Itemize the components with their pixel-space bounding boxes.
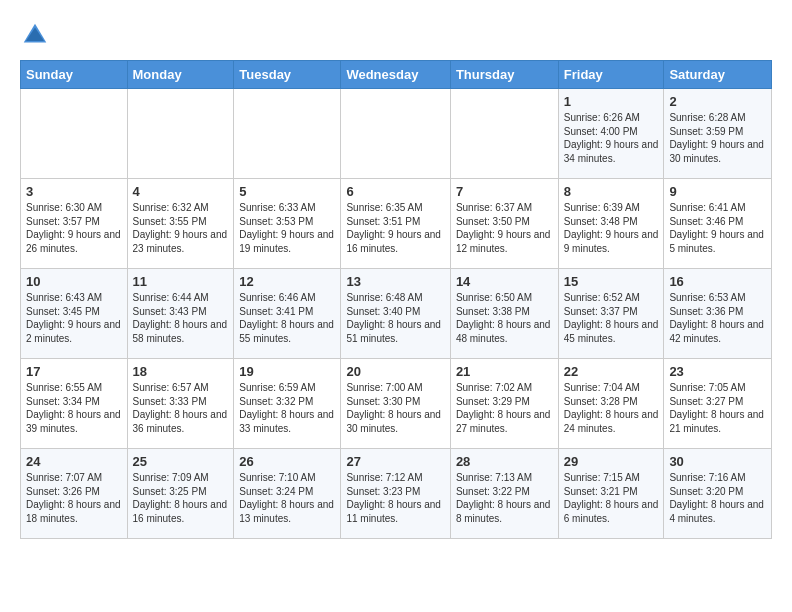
calendar-row: 1Sunrise: 6:26 AM Sunset: 4:00 PM Daylig… [21, 89, 772, 179]
day-info: Sunrise: 6:52 AM Sunset: 3:37 PM Dayligh… [564, 291, 659, 345]
calendar-cell [21, 89, 128, 179]
day-number: 21 [456, 364, 553, 379]
calendar-cell [341, 89, 450, 179]
day-number: 10 [26, 274, 122, 289]
day-number: 16 [669, 274, 766, 289]
day-info: Sunrise: 6:32 AM Sunset: 3:55 PM Dayligh… [133, 201, 229, 255]
day-info: Sunrise: 6:33 AM Sunset: 3:53 PM Dayligh… [239, 201, 335, 255]
header-day: Friday [558, 61, 664, 89]
day-info: Sunrise: 6:44 AM Sunset: 3:43 PM Dayligh… [133, 291, 229, 345]
calendar-cell: 11Sunrise: 6:44 AM Sunset: 3:43 PM Dayli… [127, 269, 234, 359]
calendar-cell: 27Sunrise: 7:12 AM Sunset: 3:23 PM Dayli… [341, 449, 450, 539]
header-day: Thursday [450, 61, 558, 89]
header-row: SundayMondayTuesdayWednesdayThursdayFrid… [21, 61, 772, 89]
day-number: 6 [346, 184, 444, 199]
header-day: Saturday [664, 61, 772, 89]
day-info: Sunrise: 6:57 AM Sunset: 3:33 PM Dayligh… [133, 381, 229, 435]
calendar-cell: 19Sunrise: 6:59 AM Sunset: 3:32 PM Dayli… [234, 359, 341, 449]
day-number: 18 [133, 364, 229, 379]
calendar-cell: 16Sunrise: 6:53 AM Sunset: 3:36 PM Dayli… [664, 269, 772, 359]
calendar-cell [127, 89, 234, 179]
calendar-cell: 21Sunrise: 7:02 AM Sunset: 3:29 PM Dayli… [450, 359, 558, 449]
day-number: 15 [564, 274, 659, 289]
calendar-cell: 28Sunrise: 7:13 AM Sunset: 3:22 PM Dayli… [450, 449, 558, 539]
day-number: 27 [346, 454, 444, 469]
day-info: Sunrise: 6:41 AM Sunset: 3:46 PM Dayligh… [669, 201, 766, 255]
day-number: 17 [26, 364, 122, 379]
calendar-cell: 18Sunrise: 6:57 AM Sunset: 3:33 PM Dayli… [127, 359, 234, 449]
calendar-cell: 15Sunrise: 6:52 AM Sunset: 3:37 PM Dayli… [558, 269, 664, 359]
header-day: Monday [127, 61, 234, 89]
calendar-cell: 29Sunrise: 7:15 AM Sunset: 3:21 PM Dayli… [558, 449, 664, 539]
day-info: Sunrise: 7:09 AM Sunset: 3:25 PM Dayligh… [133, 471, 229, 525]
day-info: Sunrise: 7:07 AM Sunset: 3:26 PM Dayligh… [26, 471, 122, 525]
calendar-header: SundayMondayTuesdayWednesdayThursdayFrid… [21, 61, 772, 89]
day-number: 4 [133, 184, 229, 199]
day-number: 12 [239, 274, 335, 289]
day-info: Sunrise: 7:10 AM Sunset: 3:24 PM Dayligh… [239, 471, 335, 525]
day-number: 7 [456, 184, 553, 199]
header-day: Sunday [21, 61, 128, 89]
day-info: Sunrise: 6:43 AM Sunset: 3:45 PM Dayligh… [26, 291, 122, 345]
day-number: 8 [564, 184, 659, 199]
day-number: 1 [564, 94, 659, 109]
calendar-cell: 4Sunrise: 6:32 AM Sunset: 3:55 PM Daylig… [127, 179, 234, 269]
day-info: Sunrise: 6:55 AM Sunset: 3:34 PM Dayligh… [26, 381, 122, 435]
calendar-row: 24Sunrise: 7:07 AM Sunset: 3:26 PM Dayli… [21, 449, 772, 539]
day-number: 11 [133, 274, 229, 289]
day-info: Sunrise: 7:12 AM Sunset: 3:23 PM Dayligh… [346, 471, 444, 525]
calendar-cell [234, 89, 341, 179]
calendar-table: SundayMondayTuesdayWednesdayThursdayFrid… [20, 60, 772, 539]
calendar-cell: 3Sunrise: 6:30 AM Sunset: 3:57 PM Daylig… [21, 179, 128, 269]
day-number: 2 [669, 94, 766, 109]
day-number: 13 [346, 274, 444, 289]
calendar-cell [450, 89, 558, 179]
calendar-cell: 2Sunrise: 6:28 AM Sunset: 3:59 PM Daylig… [664, 89, 772, 179]
day-info: Sunrise: 7:04 AM Sunset: 3:28 PM Dayligh… [564, 381, 659, 435]
day-info: Sunrise: 7:13 AM Sunset: 3:22 PM Dayligh… [456, 471, 553, 525]
day-info: Sunrise: 7:16 AM Sunset: 3:20 PM Dayligh… [669, 471, 766, 525]
day-info: Sunrise: 6:48 AM Sunset: 3:40 PM Dayligh… [346, 291, 444, 345]
day-number: 20 [346, 364, 444, 379]
logo [20, 20, 54, 50]
logo-icon [20, 20, 50, 50]
day-info: Sunrise: 6:30 AM Sunset: 3:57 PM Dayligh… [26, 201, 122, 255]
day-number: 28 [456, 454, 553, 469]
page-header [20, 20, 772, 50]
day-info: Sunrise: 7:05 AM Sunset: 3:27 PM Dayligh… [669, 381, 766, 435]
day-info: Sunrise: 6:39 AM Sunset: 3:48 PM Dayligh… [564, 201, 659, 255]
calendar-row: 3Sunrise: 6:30 AM Sunset: 3:57 PM Daylig… [21, 179, 772, 269]
calendar-cell: 8Sunrise: 6:39 AM Sunset: 3:48 PM Daylig… [558, 179, 664, 269]
day-number: 22 [564, 364, 659, 379]
calendar-cell: 14Sunrise: 6:50 AM Sunset: 3:38 PM Dayli… [450, 269, 558, 359]
day-info: Sunrise: 6:37 AM Sunset: 3:50 PM Dayligh… [456, 201, 553, 255]
calendar-cell: 23Sunrise: 7:05 AM Sunset: 3:27 PM Dayli… [664, 359, 772, 449]
calendar-cell: 1Sunrise: 6:26 AM Sunset: 4:00 PM Daylig… [558, 89, 664, 179]
day-info: Sunrise: 6:59 AM Sunset: 3:32 PM Dayligh… [239, 381, 335, 435]
calendar-cell: 30Sunrise: 7:16 AM Sunset: 3:20 PM Dayli… [664, 449, 772, 539]
calendar-cell: 17Sunrise: 6:55 AM Sunset: 3:34 PM Dayli… [21, 359, 128, 449]
day-number: 3 [26, 184, 122, 199]
calendar-cell: 20Sunrise: 7:00 AM Sunset: 3:30 PM Dayli… [341, 359, 450, 449]
day-number: 24 [26, 454, 122, 469]
day-info: Sunrise: 6:28 AM Sunset: 3:59 PM Dayligh… [669, 111, 766, 165]
day-info: Sunrise: 6:50 AM Sunset: 3:38 PM Dayligh… [456, 291, 553, 345]
day-number: 19 [239, 364, 335, 379]
calendar-cell: 10Sunrise: 6:43 AM Sunset: 3:45 PM Dayli… [21, 269, 128, 359]
day-info: Sunrise: 7:00 AM Sunset: 3:30 PM Dayligh… [346, 381, 444, 435]
calendar-cell: 25Sunrise: 7:09 AM Sunset: 3:25 PM Dayli… [127, 449, 234, 539]
day-number: 23 [669, 364, 766, 379]
calendar-cell: 24Sunrise: 7:07 AM Sunset: 3:26 PM Dayli… [21, 449, 128, 539]
day-info: Sunrise: 6:46 AM Sunset: 3:41 PM Dayligh… [239, 291, 335, 345]
calendar-cell: 26Sunrise: 7:10 AM Sunset: 3:24 PM Dayli… [234, 449, 341, 539]
day-number: 30 [669, 454, 766, 469]
day-info: Sunrise: 6:53 AM Sunset: 3:36 PM Dayligh… [669, 291, 766, 345]
calendar-row: 17Sunrise: 6:55 AM Sunset: 3:34 PM Dayli… [21, 359, 772, 449]
header-day: Tuesday [234, 61, 341, 89]
day-info: Sunrise: 7:02 AM Sunset: 3:29 PM Dayligh… [456, 381, 553, 435]
day-number: 26 [239, 454, 335, 469]
calendar-row: 10Sunrise: 6:43 AM Sunset: 3:45 PM Dayli… [21, 269, 772, 359]
calendar-cell: 12Sunrise: 6:46 AM Sunset: 3:41 PM Dayli… [234, 269, 341, 359]
day-info: Sunrise: 6:26 AM Sunset: 4:00 PM Dayligh… [564, 111, 659, 165]
calendar-cell: 22Sunrise: 7:04 AM Sunset: 3:28 PM Dayli… [558, 359, 664, 449]
